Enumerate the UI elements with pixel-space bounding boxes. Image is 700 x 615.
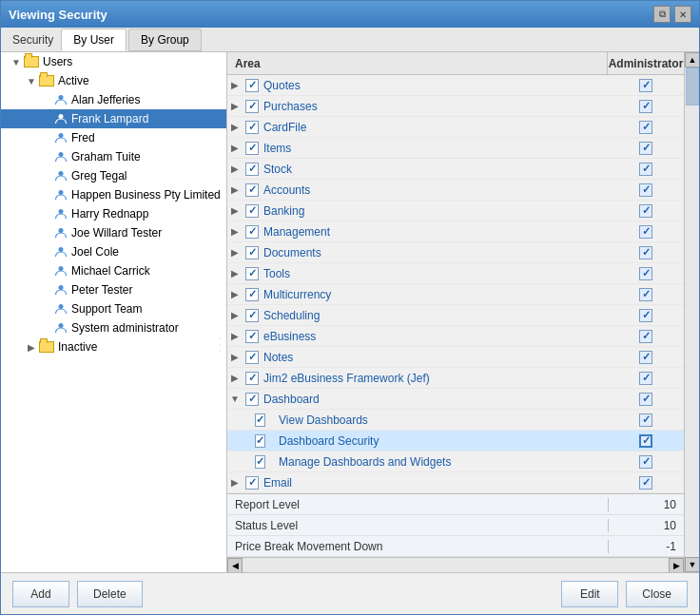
scroll-down-button[interactable]: ▼ — [685, 557, 699, 572]
management-admin-checkbox[interactable] — [639, 225, 652, 239]
email-admin-checkbox[interactable] — [639, 476, 652, 490]
expand-email[interactable]: ▶ — [227, 477, 243, 488]
accounts-checkbox[interactable] — [245, 183, 259, 197]
jef-admin-checkbox[interactable] — [639, 372, 652, 385]
check-cardfile[interactable] — [243, 121, 262, 134]
accounts-admin-checkbox[interactable] — [639, 183, 652, 197]
notes-checkbox[interactable] — [245, 351, 259, 364]
check-management[interactable] — [243, 225, 262, 239]
expand-stock[interactable]: ▶ — [227, 163, 243, 174]
row-jef[interactable]: ▶ Jim2 eBusiness Framework (Jef) — [227, 368, 684, 389]
notes-admin-checkbox[interactable] — [639, 351, 652, 364]
row-quotes[interactable]: ▶ Quotes — [227, 75, 684, 96]
tools-checkbox[interactable] — [245, 267, 259, 280]
multicurrency-admin[interactable] — [608, 288, 684, 301]
notes-admin[interactable] — [608, 351, 684, 364]
by-user-tab[interactable]: By User — [61, 29, 126, 51]
banking-checkbox[interactable] — [245, 204, 259, 218]
dashboard-security-admin[interactable] — [608, 434, 684, 448]
dashboard-checkbox[interactable] — [245, 393, 259, 406]
tree-item-users[interactable]: ▼ Users — [1, 52, 226, 71]
manage-dashboards-admin[interactable] — [608, 455, 684, 469]
tree-item-happen[interactable]: Happen Business Pty Limited — [1, 185, 226, 204]
expand-ebusiness[interactable]: ▶ — [227, 331, 243, 341]
tree-item-joel[interactable]: Joel Cole — [1, 242, 226, 261]
close-button[interactable]: Close — [626, 581, 688, 607]
close-window-button[interactable]: ✕ — [674, 6, 691, 23]
documents-admin-checkbox[interactable] — [639, 246, 652, 259]
scroll-left-button[interactable]: ◀ — [227, 558, 243, 573]
management-admin[interactable] — [608, 225, 684, 239]
quotes-checkbox[interactable] — [245, 79, 259, 92]
delete-button[interactable]: Delete — [77, 581, 143, 607]
scroll-track-vertical[interactable] — [685, 67, 699, 557]
expand-multicurrency[interactable]: ▶ — [227, 289, 243, 299]
expand-tools[interactable]: ▶ — [227, 268, 243, 279]
tree-item-michael[interactable]: Michael Carrick — [1, 261, 226, 280]
tree-item-harry[interactable]: Harry Rednapp — [1, 204, 226, 223]
row-documents[interactable]: ▶ Documents — [227, 242, 684, 263]
row-multicurrency[interactable]: ▶ Multicurrency — [227, 284, 684, 305]
dashboard-security-admin-checkbox[interactable] — [639, 434, 652, 448]
purchases-checkbox[interactable] — [245, 100, 259, 113]
ebusiness-admin[interactable] — [608, 330, 684, 343]
expand-jef[interactable]: ▶ — [227, 373, 243, 383]
tree-item-alan[interactable]: Alan Jefferies — [1, 90, 226, 109]
check-jef[interactable] — [243, 372, 262, 385]
add-button[interactable]: Add — [12, 581, 69, 607]
row-notes[interactable]: ▶ Notes — [227, 347, 684, 368]
by-group-tab[interactable]: By Group — [128, 29, 202, 51]
expand-cardfile[interactable]: ▶ — [227, 122, 243, 132]
scheduling-admin-checkbox[interactable] — [639, 309, 652, 322]
banking-admin-checkbox[interactable] — [639, 204, 652, 218]
stock-checkbox[interactable] — [245, 163, 259, 176]
tree-item-graham[interactable]: Graham Tuite — [1, 147, 226, 166]
quotes-admin-checkbox[interactable] — [639, 79, 652, 92]
check-view-dashboards[interactable] — [243, 413, 262, 427]
check-manage-dashboards[interactable] — [243, 455, 262, 469]
multicurrency-admin-checkbox[interactable] — [639, 288, 652, 301]
row-cardfile[interactable]: ▶ CardFile — [227, 117, 684, 138]
view-dashboards-admin[interactable] — [608, 413, 684, 427]
cardfile-admin[interactable] — [608, 121, 684, 134]
edit-button[interactable]: Edit — [561, 581, 618, 607]
tree-item-support[interactable]: Support Team — [1, 299, 226, 318]
scroll-up-button[interactable]: ▲ — [685, 52, 699, 67]
expand-quotes[interactable]: ▶ — [227, 80, 243, 90]
documents-admin[interactable] — [608, 246, 684, 259]
check-multicurrency[interactable] — [243, 288, 262, 301]
accounts-admin[interactable] — [608, 183, 684, 197]
expand-purchases[interactable]: ▶ — [227, 101, 243, 111]
expand-management[interactable]: ▶ — [227, 226, 243, 237]
items-admin-checkbox[interactable] — [639, 142, 652, 155]
jef-checkbox[interactable] — [245, 372, 259, 385]
expand-items[interactable]: ▶ — [227, 143, 243, 153]
row-manage-dashboards[interactable]: Manage Dashboards and Widgets — [227, 452, 684, 472]
documents-checkbox[interactable] — [245, 246, 259, 259]
check-accounts[interactable] — [243, 183, 262, 197]
resize-handle[interactable]: · · · — [216, 337, 224, 353]
purchases-admin-checkbox[interactable] — [639, 100, 652, 113]
expand-scheduling[interactable]: ▶ — [227, 310, 243, 320]
tree-item-fred[interactable]: Fred — [1, 128, 226, 147]
row-dashboard-security[interactable]: Dashboard Security — [227, 431, 684, 452]
tree-item-greg[interactable]: Greg Tegal — [1, 166, 226, 185]
email-admin[interactable] — [608, 476, 684, 490]
row-management[interactable]: ▶ Management — [227, 221, 684, 242]
banking-admin[interactable] — [608, 204, 684, 218]
ebusiness-checkbox[interactable] — [245, 330, 259, 343]
check-dashboard-security[interactable] — [243, 434, 262, 448]
vertical-scrollbar[interactable]: ▲ ▼ — [684, 52, 699, 572]
dashboard-admin[interactable] — [608, 393, 684, 406]
scroll-thumb[interactable] — [686, 67, 699, 106]
manage-dashboards-admin-checkbox[interactable] — [639, 455, 652, 469]
jef-admin[interactable] — [608, 372, 684, 385]
expand-accounts[interactable]: ▶ — [227, 184, 243, 195]
row-tools[interactable]: ▶ Tools — [227, 263, 684, 284]
check-ebusiness[interactable] — [243, 330, 262, 343]
tree-item-joe[interactable]: Joe Willard Tester — [1, 223, 226, 242]
stock-admin[interactable] — [608, 163, 684, 176]
check-stock[interactable] — [243, 163, 262, 176]
tree-item-inactive[interactable]: ▶ Inactive — [1, 337, 226, 356]
scheduling-admin[interactable] — [608, 309, 684, 322]
